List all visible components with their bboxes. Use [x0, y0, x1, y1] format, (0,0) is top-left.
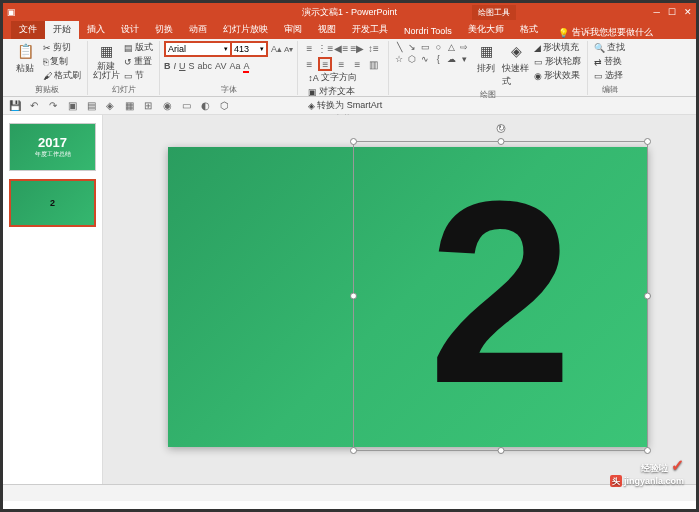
shape-arrow2[interactable]: ⇨	[458, 41, 470, 52]
shape-arrow[interactable]: ↘	[406, 41, 418, 52]
bold-button[interactable]: B	[164, 61, 171, 73]
layout-button[interactable]: ▤版式	[122, 41, 155, 54]
reset-icon: ↺	[124, 57, 132, 67]
thumbnail-1[interactable]: 2017 年度工作总结	[9, 123, 96, 171]
replace-button[interactable]: ⇄替换	[592, 55, 627, 68]
select-button[interactable]: ▭选择	[592, 69, 627, 82]
bullets-button[interactable]: ≡	[302, 41, 316, 55]
cut-button[interactable]: ✂剪切	[41, 41, 83, 54]
format-painter-button[interactable]: 🖌格式刷	[41, 69, 83, 82]
indent-inc-button[interactable]: ≡▶	[350, 41, 364, 55]
shape-fill-button[interactable]: ◢形状填充	[532, 41, 583, 54]
tab-review[interactable]: 审阅	[276, 20, 310, 39]
new-slide-button[interactable]: ▦新建 幻灯片	[92, 41, 120, 80]
font-name-combo[interactable]: Arial▾	[164, 41, 232, 57]
slide-editor[interactable]: 2	[103, 115, 696, 484]
font-size-combo[interactable]: 413▾	[230, 41, 268, 57]
arrange-button[interactable]: ▦排列	[472, 41, 500, 75]
handle-br[interactable]	[644, 447, 651, 454]
qat-btn12[interactable]: ⬡	[216, 99, 232, 113]
align-text-button[interactable]: ▣对齐文本	[306, 85, 384, 98]
handle-tl[interactable]	[350, 138, 357, 145]
case-button[interactable]: Aa	[229, 61, 240, 73]
qat-btn5[interactable]: ▤	[83, 99, 99, 113]
qat-btn10[interactable]: ▭	[178, 99, 194, 113]
italic-button[interactable]: I	[174, 61, 177, 73]
numbering-button[interactable]: ⋮≡	[318, 41, 332, 55]
grow-font-button[interactable]: A▴	[271, 44, 282, 54]
handle-bc[interactable]	[497, 447, 504, 454]
group-editing: 🔍查找 ⇄替换 ▭选择 编辑	[588, 41, 631, 95]
rotate-handle[interactable]	[496, 124, 505, 133]
handle-bl[interactable]	[350, 447, 357, 454]
shape-hex[interactable]: ⬡	[406, 53, 418, 64]
qat-btn11[interactable]: ◐	[197, 99, 213, 113]
qat-save[interactable]: 💾	[7, 99, 23, 113]
close-button[interactable]: ✕	[684, 7, 692, 17]
slide-text[interactable]: 2	[354, 142, 647, 442]
shape-cloud[interactable]: ☁	[445, 53, 457, 64]
shape-rect[interactable]: ▭	[419, 41, 431, 52]
handle-mr[interactable]	[644, 293, 651, 300]
qat-btn8[interactable]: ⊞	[140, 99, 156, 113]
quick-styles-button[interactable]: ◈快速样式	[502, 41, 530, 88]
shape-outline-button[interactable]: ▭形状轮廓	[532, 55, 583, 68]
line-spacing-button[interactable]: ↕≡	[366, 41, 380, 55]
text-direction-button[interactable]: ↕A文字方向	[306, 71, 384, 84]
shape-more[interactable]: ▾	[458, 53, 470, 64]
underline-button[interactable]: U	[179, 61, 186, 73]
shape-brace[interactable]: {	[432, 53, 444, 64]
reset-button[interactable]: ↺重置	[122, 55, 155, 68]
tab-file[interactable]: 文件	[11, 20, 45, 39]
shape-curve[interactable]: ∿	[419, 53, 431, 64]
shadow-button[interactable]: abc	[198, 61, 213, 73]
shape-effects-button[interactable]: ◉形状效果	[532, 69, 583, 82]
tab-design[interactable]: 设计	[113, 20, 147, 39]
tab-view[interactable]: 视图	[310, 20, 344, 39]
minimize-button[interactable]: ─	[654, 7, 660, 17]
tab-transitions[interactable]: 切换	[147, 20, 181, 39]
slide-canvas[interactable]: 2	[168, 147, 648, 447]
tab-meihua[interactable]: 美化大师	[460, 20, 512, 39]
qat-btn4[interactable]: ▣	[64, 99, 80, 113]
indent-dec-button[interactable]: ◀≡	[334, 41, 348, 55]
tab-home[interactable]: 开始	[45, 20, 79, 39]
tab-format[interactable]: 格式	[512, 20, 546, 39]
maximize-button[interactable]: ☐	[668, 7, 676, 17]
align-center-button[interactable]: ≡	[318, 57, 332, 71]
tell-me[interactable]: 💡告诉我您想要做什么	[558, 26, 653, 39]
align-left-button[interactable]: ≡	[302, 57, 316, 71]
shape-star[interactable]: ☆	[393, 53, 405, 64]
qat-btn6[interactable]: ◈	[102, 99, 118, 113]
tab-insert[interactable]: 插入	[79, 20, 113, 39]
tab-slideshow[interactable]: 幻灯片放映	[215, 20, 276, 39]
smartart-button[interactable]: ◈转换为 SmartArt	[306, 99, 384, 112]
shapes-gallery[interactable]: ╲ ↘ ▭ ○ △ ⇨ ☆ ⬡ ∿ { ☁ ▾	[393, 41, 470, 76]
qat-btn9[interactable]: ◉	[159, 99, 175, 113]
shrink-font-button[interactable]: A▾	[284, 45, 293, 54]
qat-undo[interactable]: ↶	[26, 99, 42, 113]
qat-redo[interactable]: ↷	[45, 99, 61, 113]
thumbnail-2[interactable]: 2	[9, 179, 96, 227]
shape-line[interactable]: ╲	[393, 41, 405, 52]
shape-tri[interactable]: △	[445, 41, 457, 52]
shape-oval[interactable]: ○	[432, 41, 444, 52]
font-color-button[interactable]: A	[243, 61, 249, 73]
spacing-button[interactable]: AV	[215, 61, 226, 73]
handle-tc[interactable]	[497, 138, 504, 145]
paste-button[interactable]: 📋粘贴	[11, 41, 39, 75]
text-box-selected[interactable]: 2	[353, 141, 648, 451]
find-button[interactable]: 🔍查找	[592, 41, 627, 54]
tab-developer[interactable]: 开发工具	[344, 20, 396, 39]
strike-button[interactable]: S	[189, 61, 195, 73]
justify-button[interactable]: ≡	[350, 57, 364, 71]
handle-ml[interactable]	[350, 293, 357, 300]
handle-tr[interactable]	[644, 138, 651, 145]
section-button[interactable]: ▭节	[122, 69, 155, 82]
align-right-button[interactable]: ≡	[334, 57, 348, 71]
tab-nordri[interactable]: Nordri Tools	[396, 23, 460, 39]
qat-btn7[interactable]: ▦	[121, 99, 137, 113]
tab-animations[interactable]: 动画	[181, 20, 215, 39]
copy-button[interactable]: ⎘复制	[41, 55, 83, 68]
columns-button[interactable]: ▥	[366, 57, 380, 71]
